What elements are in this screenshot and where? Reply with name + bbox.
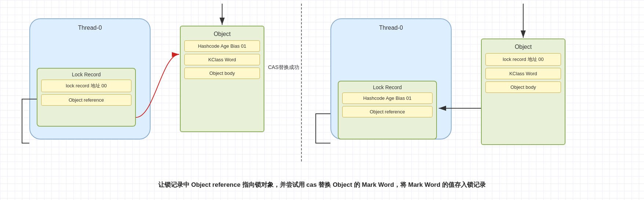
object-left-box: Object Hashcode Age Bias 01 KClass Word …: [180, 26, 264, 132]
lock-record-left-cell1: lock record 地址 00: [41, 80, 131, 92]
diagram-container: Thread-0 Lock Record lock record 地址 00 O…: [0, 0, 644, 200]
thread-left-label: Thread-0: [30, 19, 150, 31]
lock-record-right-cell1: Hashcode Age Bias 01: [342, 92, 433, 104]
lock-record-right-cell2: Object reference: [342, 106, 433, 117]
object-left-cell1: Hashcode Age Bias 01: [184, 40, 260, 52]
object-right-cell1: lock record 地址 00: [485, 53, 561, 66]
object-right-cell2: KClass Word: [485, 68, 561, 79]
caption: 让锁记录中 Object reference 指向锁对象，并尝试用 cas 替换…: [0, 181, 644, 189]
lock-record-left-box: Lock Record lock record 地址 00 Object ref…: [37, 68, 136, 127]
object-left-cell3: Object body: [184, 68, 260, 79]
lock-record-right-label: Lock Record: [339, 81, 436, 92]
lock-record-left-label: Lock Record: [37, 69, 135, 80]
object-right-cell3: Object body: [485, 81, 561, 93]
object-left-label: Object: [181, 26, 264, 40]
cas-label: CAS替换成功: [268, 64, 299, 71]
thread-right-label: Thread-0: [331, 19, 451, 31]
divider: [301, 4, 302, 161]
object-right-label: Object: [482, 39, 565, 53]
object-right-box: Object lock record 地址 00 KClass Word Obj…: [481, 39, 565, 145]
object-left-cell2: KClass Word: [184, 54, 260, 65]
lock-record-right-box: Lock Record Hashcode Age Bias 01 Object …: [338, 81, 437, 139]
lock-record-left-cell2: Object reference: [41, 94, 131, 106]
